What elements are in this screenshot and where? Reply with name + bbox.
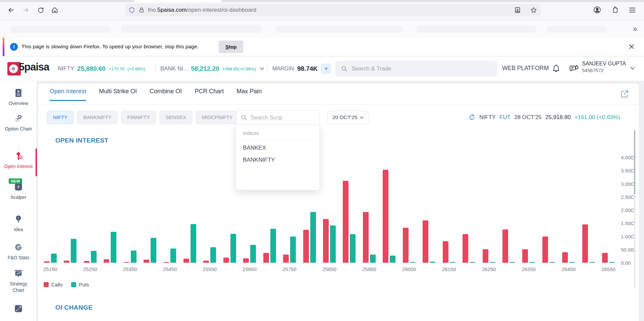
dropdown-option-bankex[interactable]: BANKEX [243,140,313,152]
bar-puts-25400 [151,238,156,263]
bar-puts-25250 [91,251,97,263]
banknifty-quote[interactable]: BANK NI... 58,212.20 +498.85(+0.86%) [160,56,264,81]
chip-midcpnifty[interactable]: MIDCPNIFTY [196,111,239,124]
forward-button[interactable] [21,6,30,14]
tab-combine-oi[interactable]: Combine OI [150,88,182,101]
add-funds-button[interactable]: + [321,64,331,74]
dropdown-option-banknifty[interactable]: BANKNIFTY [243,152,313,164]
feedback-icon[interactable] [569,64,579,73]
save-page-icon[interactable] [514,6,521,14]
sidebar-item-idea[interactable]: Idea [0,214,37,233]
strike-group-26300 [499,158,519,263]
brand-name[interactable]: 5paisa [19,61,49,73]
nifty-quote[interactable]: NIFTY 25,880.60 +170.75 (+0.66%) [58,56,145,81]
bar-puts-26300 [509,262,515,263]
nifty-price: 25,880.60 [77,65,106,72]
bar-puts-26550 [609,262,615,263]
tab-pcr-chart[interactable]: PCR Chart [195,88,224,101]
notification-close-icon[interactable] [627,42,636,51]
sidebar-item-f-o-stats[interactable]: ₹F&O Stats [0,242,37,261]
bell-icon[interactable] [552,64,561,73]
sidebar-item-tactics[interactable] [0,304,37,314]
nifty-change-pct: (+0.66%) [127,66,145,71]
legend-item-puts[interactable]: Puts [71,282,89,287]
bar-calls-25550 [203,261,209,263]
notification-text: This page is slowing down Firefox. To sp… [21,44,199,50]
strike-group-25850 [319,158,339,263]
tab-open-interest[interactable]: Open Interest [50,88,86,101]
sidebar-item-label: Overview [4,100,33,107]
bar-calls-26500 [582,224,588,263]
strike-group-25250 [80,158,100,263]
bar-calls-25250 [84,261,90,263]
bar-calls-26400 [542,236,548,263]
future-name: NIFTY [479,114,496,121]
bar-puts-25350 [131,251,137,263]
chip-finnifty[interactable]: FINNIFTY [121,111,156,124]
tabs-divider [38,104,639,105]
shield-icon[interactable] [128,6,135,14]
future-quote-strip: NIFTY FUT 28 OCT'25 25,918.80 +161.00 (+… [468,111,620,124]
active-tab-sliver [134,0,221,2]
x-axis-label-25250: 25250 [78,266,102,272]
strike-group-25150 [40,158,60,263]
sidebar-item-overview[interactable]: Overview [0,88,37,107]
nifty-label: NIFTY [58,65,74,72]
bar-calls-25950 [363,212,369,263]
y-axis-label-0: 0.00 [621,260,631,266]
web-platform-label[interactable]: WEB PLATFORM [502,65,549,72]
tab-max-pain[interactable]: Max Pain [236,88,262,101]
bar-calls-26350 [522,249,528,263]
home-button[interactable] [50,6,59,14]
lock-icon[interactable] [139,7,145,13]
user-menu[interactable]: SANJEEV GUPTA 54567572 [582,61,626,73]
bar-puts-25950 [370,255,376,263]
chip-nifty[interactable]: NIFTY [47,111,73,124]
user-name: SANJEEV GUPTA [582,61,626,67]
extensions-icon[interactable] [611,6,619,14]
global-search[interactable] [335,61,497,77]
scrollbar-track[interactable] [634,195,635,288]
refresh-icon[interactable] [468,114,476,121]
strike-group-26000 [379,158,399,263]
bookmark-star-icon[interactable] [530,6,537,14]
scrip-search[interactable] [236,110,319,125]
strike-group-25400 [140,158,160,263]
tab-multi-strike-oi[interactable]: Multi Strike OI [99,88,137,101]
bar-puts-25500 [191,224,196,263]
bookmarks-overflow-chevron[interactable]: » [633,24,636,34]
x-axis-label-25650: 25650 [238,266,261,272]
chevron-down-icon[interactable] [260,67,264,70]
back-button[interactable] [7,6,15,14]
strike-group-25550 [200,158,220,263]
stop-button[interactable]: Stop [219,41,243,53]
bar-calls-25750 [283,255,289,263]
chip-banknifty[interactable]: BANKNIFTY [77,111,117,124]
sidebar-item-strategy-chart[interactable]: Strategy Chart [0,268,37,293]
bar-puts-25750 [290,236,296,263]
strike-group-26200 [459,158,479,263]
x-axis-label-26450: 26450 [557,266,580,272]
scrip-search-input[interactable] [251,114,304,121]
account-icon[interactable] [593,6,601,14]
menu-icon[interactable] [629,6,635,14]
sidebar-item-option-chain[interactable]: Option Chain [0,113,37,132]
bar-calls-26550 [602,253,608,263]
scrollbar-thumb[interactable] [634,130,635,195]
expiry-date-select[interactable]: 20 OCT'25 [327,111,369,124]
sidebar-item-scalper[interactable]: NEWScalper [0,182,37,201]
url-bar[interactable]: fno.5paisa.com/open-interest/oi-dashboar… [125,4,541,16]
search-trade-input[interactable] [352,65,492,72]
banknifty-label: BANK NI... [160,65,188,72]
bar-calls-26100 [423,220,428,263]
reload-button[interactable] [36,6,45,14]
user-chevron-down-icon[interactable] [630,66,639,76]
idea-icon [13,214,23,224]
sidebar-item-open-interest[interactable]: ₹Open Interest [0,150,37,170]
browser-toolbar: fno.5paisa.com/open-interest/oi-dashboar… [0,0,644,20]
legend-item-calls[interactable]: Calls [44,282,62,287]
open-in-new-window-icon[interactable] [620,89,629,99]
search-icon [341,65,347,72]
chip-sensex[interactable]: SENSEX [160,111,192,124]
strike-group-26050 [399,158,419,263]
